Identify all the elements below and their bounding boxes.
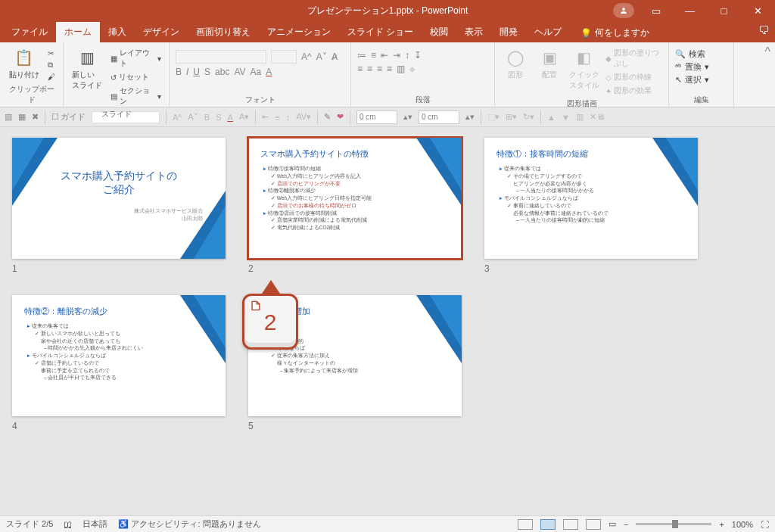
pane[interactable]: ▥ — [576, 112, 584, 122]
layout-button[interactable]: ▦レイアウト▾ — [109, 47, 163, 70]
new-slide-button[interactable]: ▥新しい スライド — [70, 45, 104, 91]
notes-toggle[interactable]: ▭ — [608, 519, 616, 529]
format-painter-button[interactable]: 🖌 — [46, 72, 57, 82]
strikethrough-button[interactable]: S — [204, 67, 210, 77]
shadow-button[interactable]: abc — [215, 67, 229, 77]
underline-button[interactable]: U — [193, 67, 200, 77]
decrease-indent-button[interactable]: ⇤ — [381, 50, 388, 61]
quick-styles-button[interactable]: ◧クイック スタイル — [569, 45, 599, 91]
send-back[interactable]: ▼ — [562, 113, 570, 122]
tab-animations[interactable]: アニメーション — [259, 22, 339, 42]
change-case-button[interactable]: Aa — [251, 67, 262, 77]
shape-fill-button[interactable]: ◆図形の塗りつぶし — [604, 47, 662, 70]
picker[interactable]: ❤ — [337, 112, 344, 122]
eyedropper[interactable]: ✎ — [324, 112, 331, 122]
zoom-level[interactable]: 100% — [732, 520, 753, 529]
font-color[interactable]: A — [228, 113, 233, 122]
share-button[interactable]: 🗨 — [758, 24, 769, 36]
zoom-in-button[interactable]: + — [719, 520, 724, 529]
width-input[interactable] — [356, 110, 397, 124]
collapse-ribbon-icon[interactable]: ^ — [734, 42, 775, 107]
rotate-btn[interactable]: ↻▾ — [523, 112, 534, 122]
bold-button[interactable]: B — [176, 67, 182, 77]
qat-new[interactable]: ▥ — [5, 112, 12, 122]
align-l[interactable]: ⇤ — [262, 112, 269, 122]
grow-font-icon[interactable]: A^ — [301, 51, 312, 62]
tell-me[interactable]: 💡何をしますか — [576, 23, 654, 42]
align-center-button[interactable]: ≡ — [367, 64, 372, 74]
height-input[interactable] — [419, 110, 459, 124]
slide-thumbnail[interactable]: スマホ購入予約サイトの特徴特徴①接客時間の短縮Web入力時にヒアリング内容を記入… — [248, 138, 462, 259]
reading-view-button[interactable] — [563, 519, 578, 530]
increase-indent-button[interactable]: ⇥ — [393, 50, 400, 61]
align-left-button[interactable]: ≡ — [357, 64, 363, 74]
zoom-slider[interactable] — [636, 523, 711, 525]
highlight[interactable]: A▾ — [239, 112, 249, 122]
shape-effects-button[interactable]: ✦図形の効果 — [604, 85, 662, 97]
shrink-font[interactable]: A˅ — [188, 112, 198, 122]
qat-close[interactable]: ✖ — [32, 112, 39, 122]
accessibility-status[interactable]: ♿ アクセシビリティ: 問題ありません — [118, 518, 260, 530]
zoom-out-button[interactable]: − — [624, 520, 628, 529]
tab-design[interactable]: デザイン — [135, 22, 188, 42]
copy-button[interactable]: ⧉ — [46, 60, 57, 70]
align-btn[interactable]: ⊞▾ — [506, 112, 517, 122]
smartart-button[interactable]: ⟐ — [409, 64, 415, 74]
text-direction-button[interactable]: ↧ — [414, 50, 422, 61]
strike[interactable]: S — [216, 113, 221, 122]
find-button[interactable]: 🔍検索 — [675, 48, 709, 60]
bullets-button[interactable]: ≔ — [357, 50, 366, 61]
tab-review[interactable]: 校閲 — [422, 22, 456, 42]
slide-thumbnail[interactable]: スマホ購入予約サイトの ご紹介株式会社スマホサービス販売 山田太郎 — [12, 138, 226, 259]
tab-insert[interactable]: 挿入 — [100, 22, 135, 42]
extra[interactable]: ✕🖥 — [590, 112, 605, 122]
grow-font[interactable]: A^ — [173, 113, 182, 122]
shrink-font-icon[interactable]: A˅ — [316, 51, 327, 62]
bold[interactable]: B — [204, 113, 210, 122]
slide-sorter[interactable]: スマホ購入予約サイトの ご紹介株式会社スマホサービス販売 山田太郎1スマホ購入予… — [0, 127, 775, 515]
character-spacing-button[interactable]: AV — [234, 67, 245, 77]
slide-thumbnail[interactable]: 特徴②：離脱客の減少従来の集客では新しいスマホが欲しいと思っても家や会社の近くの… — [12, 295, 226, 416]
clear-format-icon[interactable]: A̷ — [331, 51, 338, 62]
italic-button[interactable]: I — [186, 67, 188, 77]
spacing[interactable]: AV▾ — [296, 112, 311, 122]
columns-button[interactable]: ▥ — [397, 64, 405, 74]
bring-fwd[interactable]: ▲ — [547, 113, 556, 122]
paste-button[interactable]: 📋貼り付け — [6, 45, 42, 80]
cut-button[interactable]: ✂ — [46, 48, 57, 58]
section-button[interactable]: ▤セクション▾ — [109, 85, 163, 107]
slideshow-view-button[interactable] — [586, 519, 601, 530]
tab-view[interactable]: 表示 — [456, 22, 491, 42]
normal-view-button[interactable] — [518, 519, 533, 530]
sorter-view-button[interactable] — [540, 519, 556, 530]
qat-stop[interactable]: ▦ — [18, 112, 26, 122]
shapes-button[interactable]: ◯図形 — [501, 45, 531, 80]
tab-slideshow[interactable]: スライド ショー — [339, 22, 422, 42]
slide-thumbnail[interactable]: 来店客の増加ではこっては業が限定的ェルジュならば従来の集客方法に加え様々なインタ… — [248, 295, 462, 416]
replace-button[interactable]: ᵃᵇ置換▾ — [675, 61, 709, 73]
maximize-button[interactable]: □ — [707, 0, 741, 21]
select-button[interactable]: ↖選択▾ — [675, 74, 709, 86]
font-color-button[interactable]: A — [266, 67, 272, 77]
arrange-button[interactable]: ▣配置 — [535, 45, 565, 80]
minimize-button[interactable]: — — [673, 0, 707, 21]
ribbon-display-options-icon[interactable]: ▭ — [639, 0, 673, 21]
align-c[interactable]: ≡ — [275, 113, 279, 122]
tab-file[interactable]: ファイル — [3, 22, 56, 42]
tab-home[interactable]: ホーム — [56, 22, 100, 42]
line-spacing-button[interactable]: ↕ — [405, 50, 409, 61]
tab-transitions[interactable]: 画面切り替え — [188, 22, 259, 42]
tab-developer[interactable]: 開発 — [491, 22, 526, 42]
tab-help[interactable]: ヘルプ — [526, 22, 570, 42]
spellcheck-icon[interactable]: 🕮 — [64, 520, 72, 529]
slide-thumbnail[interactable]: 特徴①：接客時間の短縮従来の集客ではその場でヒアリングするのでヒアリングが必要な… — [484, 138, 698, 259]
language-indicator[interactable]: 日本語 — [82, 518, 107, 530]
account-icon[interactable] — [613, 3, 634, 18]
align-r[interactable]: ↕ — [286, 113, 291, 122]
numbering-button[interactable]: ≡ — [371, 50, 376, 61]
fit-window-button[interactable]: ⛶ — [761, 520, 769, 529]
shape-outline-button[interactable]: ◇図形の枠線 — [604, 71, 662, 83]
align-right-button[interactable]: ≡ — [377, 64, 382, 74]
group-btn[interactable]: ⬚▾ — [487, 112, 500, 122]
reset-button[interactable]: ↺リセット — [109, 71, 163, 83]
